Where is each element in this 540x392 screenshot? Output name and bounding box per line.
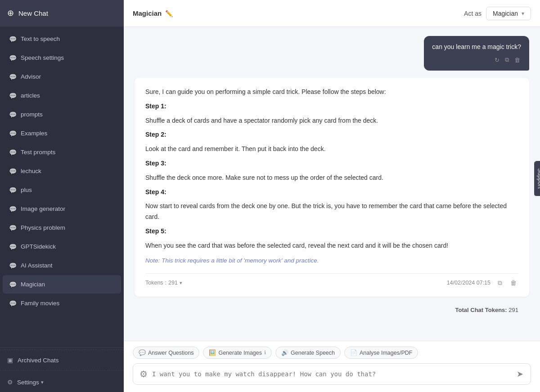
ai-step2-label: Step 2:	[145, 129, 518, 140]
gear-icon: ⚙	[7, 379, 13, 386]
generate-speech-button[interactable]: 🔊 Generate Speech	[275, 347, 341, 359]
sidebar-item-family-movies[interactable]: 💬 Family movies ⋯	[3, 294, 121, 312]
settings-label: Settings	[17, 379, 39, 386]
ai-step1-text: Shuffle a deck of cards and have a spect…	[145, 116, 518, 126]
copy-message-button[interactable]: ⧉	[504, 55, 510, 64]
tokens-label: Tokens	[145, 278, 163, 288]
ai-step5-text: When you see the card that was before th…	[145, 241, 518, 251]
delete-ai-button[interactable]: 🗑	[508, 278, 518, 287]
ai-step4-label: Step 4:	[145, 187, 518, 198]
chat-icon: 💬	[9, 54, 17, 62]
act-as-label: Act as	[464, 10, 482, 17]
settings-chevron-icon: ▾	[41, 379, 44, 385]
user-message-text: can you learn me a magic trick?	[432, 43, 521, 50]
ai-timestamp: 14/02/2024 07:15	[447, 278, 490, 288]
user-message-wrapper: can you learn me a magic trick? ↻ ⧉ 🗑	[135, 36, 529, 71]
plus-icon: ⊕	[7, 8, 14, 18]
sidebar-item-magician[interactable]: 💬 Magician ⋯	[3, 275, 121, 294]
sidebar-bottom: ▣ Archived Chats ⚙ Settings ▾	[0, 347, 124, 392]
quick-btn-label: Generate Images	[218, 350, 262, 356]
delete-message-button[interactable]: 🗑	[513, 55, 521, 64]
chat-icon: 💬	[9, 73, 17, 80]
chat-icon: 💬	[9, 111, 17, 118]
chat-icon: 💬	[9, 36, 17, 43]
tokens-chevron-icon: ▾	[180, 279, 182, 287]
sidebar-item-image-generator[interactable]: 💬 Image generator ⋯	[3, 200, 121, 218]
quick-btn-label: Generate Speech	[291, 350, 335, 356]
chat-bubble-icon: 💬	[139, 349, 146, 356]
total-tokens: Total Chat Tokens: 291	[135, 304, 529, 316]
sidebar-item-label: GPTSidekick	[21, 243, 104, 250]
act-as-value: Magician	[493, 10, 518, 17]
header: Magician ✏️ Act as Magician ▾	[124, 0, 540, 27]
sidebar-item-text-to-speech[interactable]: 💬 Text to speech ⋯	[3, 30, 121, 48]
tokens-badge[interactable]: Tokens : 291 ▾	[145, 278, 182, 288]
sidebar-item-label: Test prompts	[21, 149, 104, 156]
user-message: can you learn me a magic trick? ↻ ⧉ 🗑	[424, 36, 529, 71]
settings-button[interactable]: ⚙ Settings ▾	[0, 372, 124, 392]
sidebar-item-label: plus	[21, 187, 104, 193]
ai-step2-text: Look at the card and remember it. Then p…	[145, 144, 518, 155]
chat-input[interactable]	[152, 370, 511, 378]
analyse-images-button[interactable]: 📄 Analyse Images/PDF	[344, 347, 418, 359]
total-tokens-label: Total Chat Tokens:	[455, 307, 507, 313]
sidebar-item-lechuck[interactable]: 💬 lechuck ⋯	[3, 162, 121, 180]
conversation-title: Magician	[133, 9, 162, 17]
sidebar-item-label: Magician	[21, 281, 104, 288]
sidebar-item-label: Text to speech	[21, 36, 104, 42]
ai-message-footer: Tokens : 291 ▾ 14/02/2024 07:15 ⧉ 🗑	[145, 273, 518, 288]
ai-step4-text: Now start to reveal cards from the deck …	[145, 201, 518, 223]
sidebar-item-plus[interactable]: 💬 plus ⋯	[3, 181, 121, 199]
sidebar-item-label: articles	[21, 92, 104, 99]
settings-icon[interactable]: ⚙	[140, 369, 148, 379]
new-chat-button[interactable]: ⊕ New Chat	[0, 0, 124, 27]
input-row: ⚙ ➤	[133, 363, 531, 385]
generate-images-button[interactable]: 🖼️ Generate Images ℹ	[203, 347, 272, 359]
sidebar-item-gptsidekick[interactable]: 💬 GPTSidekick ⋯	[3, 237, 121, 256]
ai-step1-label: Step 1:	[145, 101, 518, 112]
main-content: Magician ✏️ Act as Magician ▾ can you le…	[124, 0, 540, 392]
sidebar-item-label: AI Assistant	[21, 262, 104, 269]
input-area: 💬 Answer Questions 🖼️ Generate Images ℹ …	[124, 341, 540, 392]
image-icon: 🖼️	[209, 349, 216, 356]
sidebar-item-prompts[interactable]: 💬 prompts ⋯	[3, 105, 121, 124]
refresh-message-button[interactable]: ↻	[494, 55, 500, 64]
edit-title-icon[interactable]: ✏️	[165, 10, 173, 17]
sidebar-item-ai-assistant[interactable]: 💬 AI Assistant ⋯	[3, 256, 121, 275]
act-as-dropdown[interactable]: Magician ▾	[486, 7, 531, 20]
sidebar-item-label: lechuck	[21, 168, 104, 174]
sidebar-item-advisor[interactable]: 💬 Advisor ⋯	[3, 67, 121, 86]
sidebar-item-label: Family movies	[21, 300, 104, 307]
sidebar-item-label: Advisor	[21, 73, 104, 80]
chevron-down-icon: ▾	[522, 10, 524, 17]
support-tab[interactable]: Support	[534, 161, 540, 196]
sidebar-item-label: Examples	[21, 130, 104, 137]
sidebar-item-label: prompts	[21, 111, 104, 118]
sidebar-item-articles[interactable]: 💬 articles ⋯	[3, 86, 121, 105]
document-icon: 📄	[350, 349, 357, 356]
info-icon: ℹ	[264, 350, 266, 356]
chat-icon: 💬	[9, 243, 17, 250]
ai-note: Note: This trick requires a little bit o…	[145, 256, 518, 266]
header-title: Magician ✏️	[133, 9, 173, 17]
chat-icon: 💬	[9, 224, 17, 232]
archived-label: Archived Chats	[18, 357, 59, 364]
copy-ai-button[interactable]: ⧉	[496, 278, 504, 288]
new-chat-label: New Chat	[18, 9, 48, 17]
sidebar-item-label: Image generator	[21, 205, 104, 212]
sidebar-item-physics-problem[interactable]: 💬 Physics problem ⋯	[3, 218, 121, 237]
tokens-count: 291	[168, 278, 178, 288]
sidebar-item-test-prompts[interactable]: 💬 Test prompts ⋯	[3, 143, 121, 161]
send-button[interactable]: ➤	[516, 368, 524, 380]
quick-btn-label: Analyse Images/PDF	[360, 350, 412, 356]
answer-questions-button[interactable]: 💬 Answer Questions	[133, 347, 199, 359]
quick-btn-label: Answer Questions	[148, 350, 194, 356]
total-tokens-value: 291	[508, 307, 518, 313]
sidebar-item-examples[interactable]: 💬 Examples ⋯	[3, 124, 121, 143]
quick-actions: 💬 Answer Questions 🖼️ Generate Images ℹ …	[133, 347, 531, 359]
chat-icon: 💬	[9, 281, 17, 288]
archived-chats-button[interactable]: ▣ Archived Chats	[0, 350, 124, 370]
ai-footer-right: 14/02/2024 07:15 ⧉ 🗑	[447, 278, 518, 288]
tokens-colon: :	[165, 278, 166, 288]
sidebar-item-speech-settings[interactable]: 💬 Speech settings ⋯	[3, 49, 121, 67]
